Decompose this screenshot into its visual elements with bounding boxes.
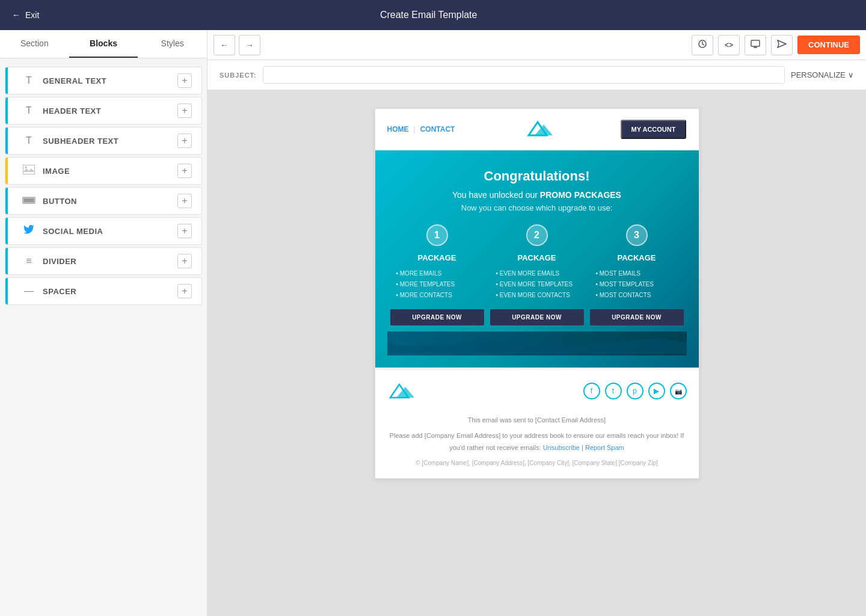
add-header-text-button[interactable]: + [177,103,192,118]
add-subheader-text-button[interactable]: + [177,134,192,148]
sidebar-item-subheader-text[interactable]: T SUBHEADER TEXT + [5,127,202,155]
sidebar-item-label: SOCIAL MEDIA [43,227,177,236]
sidebar-item-divider[interactable]: ≡ DIVIDER + [5,247,202,275]
chevron-down-icon: ∨ [848,70,854,79]
home-link[interactable]: HOME [387,125,409,134]
personalize-button[interactable]: PERSONALIZE ∨ [791,70,854,79]
email-notice: This email was sent to [Contact Email Ad… [387,414,687,427]
sidebar-item-general-text[interactable]: T GENERAL TEXT + [5,67,202,94]
tab-section[interactable]: Section [0,30,69,58]
preview-button[interactable] [745,35,766,55]
content-area: SUBJECT: PERSONALIZE ∨ HOME | CONTACT [207,60,866,616]
top-bar: ← Exit Create Email Template [0,0,866,30]
back-icon: ← [220,40,229,50]
package-3-features: • MOST EMAILS • MOST TEMPLATES • MOST CO… [590,268,684,301]
code-icon: <> [725,41,733,49]
sidebar-item-accent [5,158,8,184]
hero-subtitle: You have unlocked our PROMO PACKAGES [387,190,687,200]
add-social-media-button[interactable]: + [177,224,192,238]
spacer-icon: — [20,286,38,297]
history-icon [698,39,707,51]
package-1-upgrade-button[interactable]: UPGRADE NOW [390,309,484,325]
add-image-button[interactable]: + [177,164,192,178]
package-3-feature-1: • MOST EMAILS [596,268,684,279]
sidebar-item-accent [5,97,8,124]
package-3-title: PACKAGE [590,253,684,262]
history-button[interactable] [692,35,713,55]
my-account-button[interactable]: MY ACCOUNT [621,120,687,139]
subject-input[interactable] [263,66,785,84]
tab-blocks[interactable]: Blocks [69,30,138,58]
toolbar-actions: <> [692,35,860,55]
text-icon: T [20,105,38,116]
sidebar-item-social-media[interactable]: SOCIAL MEDIA + [5,217,202,245]
sub-toolbar: ← → <> [207,30,866,60]
sidebar-item-label: SUBHEADER TEXT [43,137,177,146]
package-2-feature-1: • EVEN MORE EMAILS [496,268,584,279]
add-button-button[interactable]: + [177,194,192,208]
package-2-title: PACKAGE [490,253,584,262]
sidebar-item-label: HEADER TEXT [43,106,177,116]
package-3-upgrade-button[interactable]: UPGRADE NOW [590,309,684,325]
svg-marker-13 [396,387,414,398]
package-1-num: 1 [426,224,448,246]
package-3-feature-2: • MOST TEMPLATES [596,279,684,290]
email-hero: Congratulations! You have unlocked our P… [375,150,699,368]
package-1-feature-1: • MORE EMAILS [396,268,484,279]
package-1-feature-3: • MORE CONTACTS [396,290,484,301]
facebook-icon[interactable]: f [583,383,600,399]
package-2-num: 2 [526,224,548,246]
sidebar-item-accent [5,67,8,94]
sidebar-item-accent [5,278,8,304]
contact-link[interactable]: CONTACT [420,125,455,134]
sidebar-item-button[interactable]: BUTTON + [5,187,202,215]
add-spacer-button[interactable]: + [177,284,192,298]
page-title: Create Email Template [380,10,478,20]
package-2-upgrade-button[interactable]: UPGRADE NOW [490,309,584,325]
instagram-icon[interactable]: 📷 [670,383,687,399]
button-icon [20,196,38,206]
send-button[interactable] [771,35,793,55]
sidebar-item-spacer[interactable]: — SPACER + [5,277,202,305]
forward-button[interactable]: → [239,35,260,55]
sidebar-item-label: GENERAL TEXT [43,76,177,85]
subject-bar: SUBJECT: PERSONALIZE ∨ [207,60,866,90]
twitter-icon[interactable]: t [605,383,622,399]
divider-icon: ≡ [20,256,38,266]
back-button[interactable]: ← [213,35,235,55]
continue-button[interactable]: CONTINUE [797,35,860,54]
sidebar: Section Blocks Styles T GENERAL TEXT + T… [0,30,207,616]
youtube-icon[interactable]: ▶ [648,383,665,399]
svg-point-2 [25,166,27,168]
text-icon: T [20,75,38,86]
package-1-features: • MORE EMAILS • MORE TEMPLATES • MORE CO… [390,268,484,301]
sidebar-item-label: DIVIDER [43,257,177,266]
exit-button[interactable]: ← Exit [12,10,39,20]
footer-logo [387,380,415,402]
hero-title: Congratulations! [387,168,687,184]
wave-decoration [387,331,687,356]
nav-buttons: ← → [213,35,260,55]
email-nav: HOME | CONTACT MY ACCOUNT [375,109,699,150]
sidebar-item-header-text[interactable]: T HEADER TEXT + [5,97,202,125]
add-divider-button[interactable]: + [177,254,192,268]
add-general-text-button[interactable]: + [177,73,192,88]
text-icon: T [20,135,38,146]
packages-container: 1 PACKAGE • MORE EMAILS • MORE TEMPLATES… [387,224,687,325]
sidebar-item-image[interactable]: IMAGE + [5,157,202,185]
sidebar-item-accent [5,218,8,244]
footer-social-links: f t p ▶ 📷 [583,383,687,399]
code-button[interactable]: <> [718,35,740,55]
package-1: 1 PACKAGE • MORE EMAILS • MORE TEMPLATES… [390,224,484,325]
report-spam-link[interactable]: Report Spam [585,444,624,451]
pinterest-icon[interactable]: p [627,383,643,399]
unsubscribe-link[interactable]: Unsubscribe [543,444,580,451]
package-1-feature-2: • MORE TEMPLATES [396,279,484,290]
svg-rect-0 [23,165,35,174]
address-notice: Please add [Company Email Address] to yo… [387,430,687,454]
tab-styles[interactable]: Styles [138,30,207,58]
email-logo [523,117,553,141]
package-3-feature-3: • MOST CONTACTS [596,290,684,301]
package-1-title: PACKAGE [390,253,484,262]
sidebar-item-accent [5,248,8,274]
